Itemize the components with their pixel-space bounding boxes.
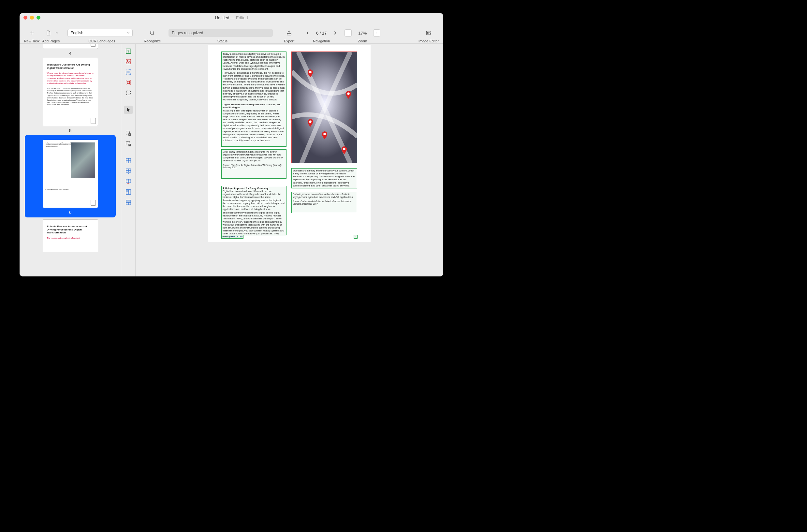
thumb-number: 5 (69, 128, 71, 133)
chevron-down-icon (127, 31, 130, 35)
add-pages-button[interactable] (43, 29, 54, 37)
window-title: Untitled — Edited (215, 15, 248, 20)
new-task-label: New Task (24, 39, 39, 43)
nav-prev-button[interactable] (304, 29, 311, 37)
thumbnail-page-6[interactable]: Today's consumers are digitally empowere… (25, 135, 116, 217)
fullscreen-window-button[interactable] (37, 16, 40, 20)
picture-area[interactable] (291, 52, 357, 163)
svg-point-42 (309, 120, 312, 123)
zoom-value: 17% (353, 31, 371, 36)
doc-paragraph: Today's consumers are digitally empowere… (223, 53, 285, 71)
image-editor-label: Image Editor (419, 39, 439, 43)
status-display: Pages recognized (169, 29, 273, 37)
svg-point-41 (347, 93, 350, 95)
ocr-languages-label: OCR Languages (88, 39, 115, 43)
export-button[interactable] (284, 29, 294, 37)
language-value: English (71, 31, 83, 35)
picture-area-tool[interactable] (124, 57, 133, 66)
add-pages-label: Add Pages (42, 39, 60, 43)
svg-text:T: T (127, 50, 129, 53)
doc-paragraph: Digital transformation looks different f… (223, 190, 285, 211)
doc-quote: Bold, tightly integrated digital strateg… (223, 150, 285, 162)
status-text: Pages recognized (172, 31, 203, 35)
language-select[interactable]: English (68, 29, 133, 37)
minimize-window-button[interactable] (30, 16, 34, 20)
thumb-heading: Tech Savvy Customers Are Driving Digital… (43, 58, 98, 71)
merge-table-cells-tool[interactable] (124, 198, 133, 207)
thumbnail-page-4[interactable]: 4 (20, 44, 121, 56)
page-canvas[interactable]: Today's consumers are digitally empowere… (136, 44, 443, 277)
nav-next-button[interactable] (331, 29, 339, 37)
pointer-tool[interactable] (124, 106, 133, 114)
barcode-area-tool[interactable] (124, 78, 133, 87)
add-area-part-tool[interactable]: + (124, 129, 133, 137)
title-bar: Untitled — Edited (20, 13, 443, 22)
svg-text:+: + (129, 133, 130, 136)
recognize-button[interactable] (147, 29, 157, 37)
thumb-text: This has left many companies striving to… (43, 86, 98, 107)
zoom-in-button[interactable]: + (373, 29, 380, 37)
doc-paragraph: The most commonly used technologies behi… (223, 211, 285, 238)
doc-footer-pagenum: 6 (353, 235, 358, 239)
svg-rect-13 (126, 80, 130, 85)
toolbar: New Task Add Pages English OCR Languages (20, 22, 443, 44)
page-indicator: 6 / 17 (313, 31, 329, 36)
thumb-text: We are currently witnessing unprecedente… (43, 71, 98, 86)
zoom-out-button[interactable]: − (345, 29, 352, 37)
doc-heading: A Unique Approach for Every Company (223, 187, 285, 190)
svg-point-44 (343, 148, 345, 151)
doc-paragraph: However, for established enterprises, it… (223, 71, 285, 101)
svg-point-43 (323, 133, 326, 136)
svg-point-10 (127, 60, 128, 62)
doc-paragraph: It's a simple fact that digital transfor… (223, 109, 285, 142)
thumb-heading: Robotic Process Automation – A Driving F… (43, 220, 98, 236)
thumb-text: The volume and complexity of content (43, 236, 98, 241)
cut-area-part-tool[interactable]: − (124, 139, 133, 148)
traffic-lights (23, 16, 40, 20)
svg-text:−: − (129, 143, 130, 146)
svg-rect-34 (126, 190, 128, 192)
svg-line-3 (153, 34, 154, 35)
close-window-button[interactable] (23, 16, 27, 20)
doc-paragraph: processes to identify and understand you… (293, 169, 356, 187)
doc-footer-url: WWW.ABBYY.COM (221, 235, 244, 239)
add-table-divider-tool[interactable] (124, 167, 133, 175)
page-view[interactable]: Today's consumers are digitally empowere… (208, 45, 370, 242)
image-editor-button[interactable] (423, 29, 434, 37)
chevron-down-icon[interactable] (55, 31, 59, 35)
export-label: Export (284, 39, 294, 43)
table-area-tool[interactable] (124, 156, 133, 165)
area-tools-panel: T + − (121, 44, 136, 277)
svg-point-2 (150, 31, 154, 35)
svg-rect-15 (126, 91, 130, 95)
thumbnail-page-5[interactable]: Tech Savvy Customers Are Driving Digital… (20, 58, 121, 133)
new-task-button[interactable] (27, 29, 37, 37)
page-corner-icon (91, 200, 96, 206)
delete-table-divider-tool[interactable] (124, 177, 133, 186)
thumbnail-page-7[interactable]: Robotic Process Automation – A Driving F… (20, 220, 121, 252)
select-table-cells-tool[interactable] (124, 188, 133, 196)
text-area-tool[interactable]: T (124, 47, 133, 55)
navigation-label: Navigation (313, 39, 330, 43)
app-window: Untitled — Edited New Task Add Pages (20, 13, 443, 277)
thumbnail-panel[interactable]: 4 Tech Savvy Customers Are Driving Digit… (20, 44, 121, 277)
zoom-label: Zoom (358, 39, 367, 43)
doc-heading: Digital Transformation Requires New Thin… (223, 103, 285, 109)
svg-rect-38 (126, 200, 130, 203)
recognize-label: Recognize (144, 39, 161, 43)
doc-quote-source: Source: Gartner Market Guide for Robotic… (293, 200, 356, 205)
thumb-number: 4 (69, 51, 71, 56)
doc-quote-source: Source: "The Case for Digital Reinventio… (223, 164, 285, 169)
page-corner-icon (91, 118, 96, 124)
svg-rect-14 (127, 81, 129, 83)
status-label: Status (217, 39, 228, 43)
doc-quote: Robotic process automation tools cut cos… (293, 193, 356, 198)
recognition-area-tool[interactable] (124, 89, 133, 97)
svg-rect-4 (287, 34, 291, 35)
thumb-number: 6 (69, 210, 71, 215)
background-picture-tool[interactable] (124, 68, 133, 76)
svg-point-40 (309, 71, 312, 74)
svg-rect-12 (127, 71, 129, 73)
